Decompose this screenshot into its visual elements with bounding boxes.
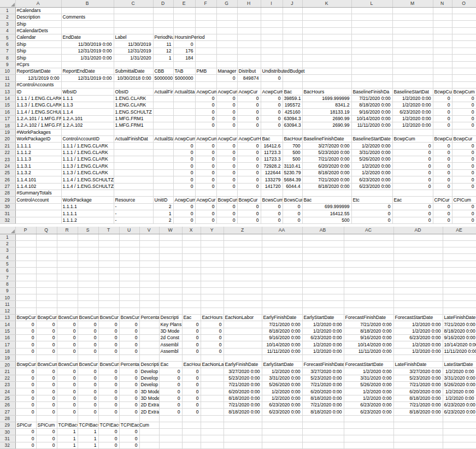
cell[interactable]: 0 <box>78 334 98 341</box>
cell[interactable] <box>159 234 182 240</box>
row-header-27[interactable]: 27 <box>0 183 15 190</box>
cell[interactable] <box>262 355 302 361</box>
cell[interactable] <box>119 301 139 308</box>
cell[interactable]: 1 <box>57 429 78 435</box>
cell[interactable]: 10/30/2018 0:00 <box>114 75 153 81</box>
row-header-18[interactable]: 18 <box>0 348 15 355</box>
cell[interactable]: 1 <box>153 210 173 217</box>
cell[interactable] <box>344 247 393 254</box>
cell[interactable]: BaselineStartDat <box>392 88 433 95</box>
cell[interactable]: BcwsCur <box>98 315 119 321</box>
cell[interactable]: Label <box>114 34 153 41</box>
cell[interactable] <box>195 81 216 88</box>
cell[interactable] <box>139 429 159 435</box>
cell[interactable]: BcwpCur <box>452 135 476 142</box>
cell[interactable] <box>114 183 153 190</box>
cell[interactable]: Key Plans <box>159 321 182 328</box>
cell[interactable]: 0 <box>57 321 78 328</box>
cell[interactable] <box>216 21 237 27</box>
cell[interactable]: 0 <box>261 95 283 102</box>
cell[interactable]: 1.1.1 / 1.ENG.CLARK <box>15 95 61 102</box>
cell[interactable] <box>393 435 443 442</box>
cell[interactable]: EacNonLa <box>201 362 224 368</box>
cell[interactable]: 1/2/2020 0:00 <box>262 395 302 401</box>
cell[interactable] <box>182 267 201 274</box>
cell[interactable] <box>139 435 159 442</box>
cell[interactable] <box>262 247 302 254</box>
cell[interactable] <box>216 81 237 88</box>
cell[interactable]: BcwsCur <box>283 197 302 203</box>
cell[interactable] <box>98 234 119 240</box>
cell[interactable] <box>195 190 216 197</box>
cell[interactable] <box>443 429 476 435</box>
cell[interactable] <box>443 308 476 314</box>
row-header-19[interactable]: 19 <box>0 355 15 361</box>
column-header-G[interactable]: G <box>216 0 237 7</box>
cell[interactable] <box>153 109 173 115</box>
cell[interactable]: BacHours <box>302 88 351 95</box>
cell[interactable]: 0 <box>119 368 139 375</box>
cell[interactable]: EarlyFinishDate <box>224 362 262 368</box>
cell[interactable] <box>433 61 452 68</box>
cell[interactable] <box>262 281 302 287</box>
cell[interactable]: ObsID <box>114 88 153 95</box>
cell[interactable] <box>201 234 224 240</box>
row-header-7[interactable]: 7 <box>0 274 15 281</box>
cell[interactable] <box>392 81 433 88</box>
cell[interactable] <box>173 129 195 135</box>
cell[interactable]: LateFinishDate <box>393 362 443 368</box>
cell[interactable] <box>283 129 302 135</box>
cell[interactable]: 0 <box>159 401 182 408</box>
cell[interactable]: #WorkPackages <box>15 129 61 135</box>
cell[interactable]: 1.MFG.FRM1 <box>114 115 153 122</box>
row-header-10[interactable]: 10 <box>0 294 15 301</box>
cell[interactable] <box>139 240 159 247</box>
cell[interactable] <box>201 240 224 247</box>
cell[interactable]: 0 <box>98 395 119 401</box>
cell[interactable]: 0 <box>392 143 433 149</box>
cell[interactable]: Etc <box>351 197 392 203</box>
cell[interactable] <box>283 55 302 61</box>
cell[interactable] <box>159 274 182 281</box>
cell[interactable] <box>351 129 392 135</box>
cell[interactable] <box>78 294 98 301</box>
cell[interactable]: 0 <box>57 395 78 401</box>
cell[interactable]: BcwsCurH <box>119 315 139 321</box>
cell[interactable] <box>452 27 476 34</box>
cell[interactable] <box>344 415 393 422</box>
cell[interactable]: TCPIEacC <box>98 422 119 428</box>
cell[interactable]: AcwpCur <box>195 197 216 203</box>
cell[interactable]: 0 <box>195 210 216 217</box>
cell[interactable]: 0 <box>182 348 201 355</box>
cell[interactable] <box>173 109 195 115</box>
cell[interactable]: 6/23/2020 0:00 <box>393 334 443 341</box>
cell[interactable] <box>224 247 262 254</box>
cell[interactable]: 0 <box>452 176 476 183</box>
cell[interactable]: 18133.19 <box>302 109 351 115</box>
cell[interactable]: EacHours <box>201 315 224 321</box>
row-header-32[interactable]: 32 <box>0 442 15 448</box>
cell[interactable] <box>344 422 393 428</box>
cell[interactable]: 0 <box>173 41 195 48</box>
cell[interactable] <box>182 294 201 301</box>
cell[interactable] <box>224 294 262 301</box>
cell[interactable]: 425160 <box>283 109 302 115</box>
cell[interactable] <box>98 240 119 247</box>
cell[interactable]: 12/31/2019 0:00 <box>61 75 114 81</box>
cell[interactable]: 1/2/2020 0:00 <box>393 328 443 334</box>
cell[interactable]: 0 <box>182 375 201 381</box>
cell[interactable] <box>302 301 344 308</box>
cell[interactable]: Description <box>15 14 61 20</box>
cell[interactable]: 9/16/2020 0:00 <box>344 334 393 341</box>
cell[interactable] <box>139 281 159 287</box>
cell[interactable]: 0 <box>57 328 78 334</box>
row-header-24[interactable]: 24 <box>0 163 15 169</box>
cell[interactable]: 6044.4 <box>283 183 302 190</box>
row-header-2[interactable]: 2 <box>0 240 15 247</box>
cell[interactable]: 63094.3 <box>283 115 302 122</box>
column-header-AE[interactable]: AE <box>443 227 476 234</box>
cell[interactable] <box>433 48 452 54</box>
cell[interactable]: 9/16/2020 0:00 <box>351 109 392 115</box>
cell[interactable]: 0 <box>237 156 261 163</box>
cell[interactable]: 39859.1 <box>283 95 302 102</box>
